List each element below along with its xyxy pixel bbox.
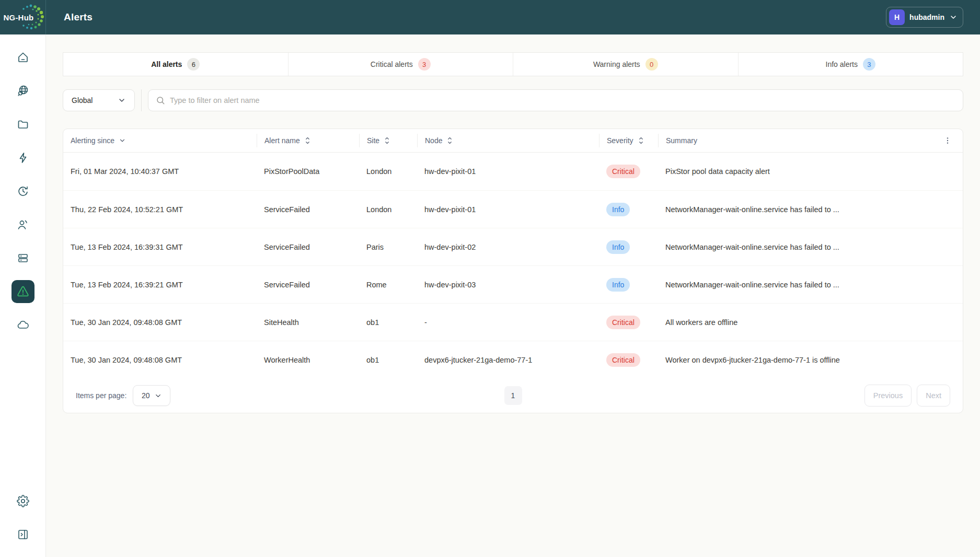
cell-node: hw-dev-pixit-02 xyxy=(417,243,599,251)
column-site[interactable]: Site xyxy=(359,134,417,147)
zap-icon xyxy=(17,152,29,164)
globe-search-icon xyxy=(17,85,29,97)
top-bar: NG-Hub Alerts H hubadmin xyxy=(0,0,980,34)
severity-badge: Critical xyxy=(606,165,640,178)
cell-alerting-since: Tue, 13 Feb 2024, 16:39:31 GMT xyxy=(63,243,257,251)
column-severity[interactable]: Severity xyxy=(599,134,658,147)
column-alert-name[interactable]: Alert name xyxy=(257,134,359,147)
next-button[interactable]: Next xyxy=(917,385,950,407)
cell-alerting-since: Tue, 30 Jan 2024, 09:48:08 GMT xyxy=(63,318,257,327)
chevron-down-icon xyxy=(949,13,958,21)
cloud-icon xyxy=(17,319,29,331)
cell-alert-name: SiteHealth xyxy=(257,318,359,327)
column-node[interactable]: Node xyxy=(417,134,599,147)
tab-count-badge: 0 xyxy=(645,58,658,71)
cell-alert-name: ServiceFailed xyxy=(257,243,359,251)
cell-node: hw-dev-pixit-01 xyxy=(417,167,599,176)
history-clock-icon xyxy=(17,185,29,198)
table-row[interactable]: Tue, 13 Feb 2024, 16:39:21 GMT ServiceFa… xyxy=(63,265,963,303)
pagination-bar: Items per page: 20 1 Previous Next xyxy=(63,378,963,413)
alerts-table-body: Fri, 01 Mar 2024, 10:40:37 GMT PixStorPo… xyxy=(63,153,963,378)
tab-label: Warning alerts xyxy=(593,60,640,68)
search-box xyxy=(148,89,963,111)
tab-label: All alerts xyxy=(151,60,182,68)
sidebar-item-cloud[interactable] xyxy=(11,314,34,336)
home-icon xyxy=(17,51,29,64)
sort-desc-icon xyxy=(119,137,126,144)
alert-triangle-icon xyxy=(16,285,30,298)
cell-alert-name: ServiceFailed xyxy=(257,205,359,214)
sidebar-item-home[interactable] xyxy=(11,46,34,69)
sidebar-item-history[interactable] xyxy=(11,180,34,203)
table-row[interactable]: Thu, 22 Feb 2024, 10:52:21 GMT ServiceFa… xyxy=(63,190,963,228)
tab-label: Info alerts xyxy=(826,60,858,68)
cell-severity: Info xyxy=(599,278,658,292)
cell-site: ob1 xyxy=(359,356,417,364)
severity-badge: Critical xyxy=(606,316,640,329)
gear-icon xyxy=(17,495,29,507)
user-menu[interactable]: H hubadmin xyxy=(886,7,963,28)
cell-alerting-since: Fri, 01 Mar 2024, 10:40:37 GMT xyxy=(63,167,257,176)
sort-icon xyxy=(446,136,453,145)
items-per-page-dropdown[interactable]: 20 xyxy=(133,385,170,406)
sidebar-item-projects[interactable] xyxy=(11,113,34,136)
cell-alert-name: PixStorPoolData xyxy=(257,167,359,176)
scope-dropdown[interactable]: Global xyxy=(63,89,135,111)
cell-severity: Critical xyxy=(599,353,658,367)
table-header: Alerting since Alert name Site Node Seve… xyxy=(63,129,963,153)
search-input[interactable] xyxy=(170,96,955,105)
sidebar-item-actions[interactable] xyxy=(11,146,34,169)
cell-alerting-since: Thu, 22 Feb 2024, 10:52:21 GMT xyxy=(63,205,257,214)
sidebar-item-collapse[interactable] xyxy=(11,523,34,546)
sidebar-item-discover[interactable] xyxy=(11,79,34,102)
table-row[interactable]: Tue, 30 Jan 2024, 09:48:08 GMT WorkerHea… xyxy=(63,341,963,378)
column-alerting-since[interactable]: Alerting since xyxy=(63,134,257,147)
cell-summary: Worker on devpx6-jtucker-21ga-demo-77-1 … xyxy=(658,356,963,364)
page-number[interactable]: 1 xyxy=(504,386,522,405)
sidebar-nav xyxy=(0,34,46,557)
avatar: H xyxy=(889,9,905,25)
cell-site: Paris xyxy=(359,243,417,251)
cell-node: - xyxy=(417,318,599,327)
panel-toggle-icon xyxy=(17,528,29,541)
users-icon xyxy=(17,218,29,231)
items-per-page-label: Items per page: xyxy=(76,391,126,400)
cell-site: London xyxy=(359,167,417,176)
cell-summary: All workers are offline xyxy=(658,318,963,327)
tab-count-badge: 3 xyxy=(863,58,875,71)
scope-value: Global xyxy=(72,96,93,105)
kebab-icon xyxy=(943,136,952,145)
previous-button[interactable]: Previous xyxy=(864,385,912,407)
table-row[interactable]: Tue, 13 Feb 2024, 16:39:31 GMT ServiceFa… xyxy=(63,228,963,265)
tab-warning-alerts[interactable]: Warning alerts 0 xyxy=(513,53,738,76)
tab-info-alerts[interactable]: Info alerts 3 xyxy=(738,53,963,76)
sidebar-item-settings[interactable] xyxy=(11,490,34,513)
cell-alert-name: ServiceFailed xyxy=(257,281,359,289)
cell-site: London xyxy=(359,205,417,214)
cell-severity: Critical xyxy=(599,316,658,329)
table-row[interactable]: Tue, 30 Jan 2024, 09:48:08 GMT SiteHealt… xyxy=(63,303,963,341)
folder-icon xyxy=(17,118,29,131)
cell-site: Rome xyxy=(359,281,417,289)
main-content: All alerts 6 Critical alerts 3 Warning a… xyxy=(46,34,980,557)
sidebar-item-alerts[interactable] xyxy=(11,280,34,303)
table-row[interactable]: Fri, 01 Mar 2024, 10:40:37 GMT PixStorPo… xyxy=(63,153,963,190)
alerts-table-card: Alerting since Alert name Site Node Seve… xyxy=(63,129,963,413)
sidebar-item-servers[interactable] xyxy=(11,247,34,270)
severity-badge: Info xyxy=(606,278,630,292)
page-title: Alerts xyxy=(64,11,93,23)
severity-badge: Critical xyxy=(606,353,640,367)
cell-node: hw-dev-pixit-01 xyxy=(417,205,599,214)
tab-critical-alerts[interactable]: Critical alerts 3 xyxy=(288,53,513,76)
sidebar-item-users[interactable] xyxy=(11,213,34,236)
sort-icon xyxy=(638,136,644,145)
cell-alerting-since: Tue, 13 Feb 2024, 16:39:21 GMT xyxy=(63,281,257,289)
user-name: hubadmin xyxy=(909,13,944,21)
divider xyxy=(141,89,142,111)
app-logo[interactable]: NG-Hub xyxy=(0,0,46,34)
cell-summary: NetworkManager-wait-online.service has f… xyxy=(658,281,963,289)
table-options-menu[interactable] xyxy=(941,134,954,147)
tab-all-alerts[interactable]: All alerts 6 xyxy=(63,53,288,76)
server-stack-icon xyxy=(17,252,29,264)
alert-tabs: All alerts 6 Critical alerts 3 Warning a… xyxy=(63,52,963,76)
